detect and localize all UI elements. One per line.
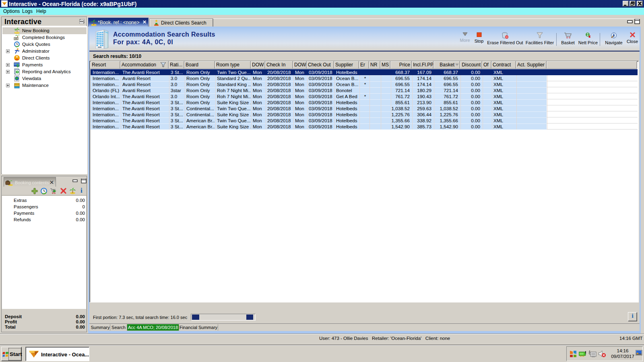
- svg-text:$: $: [17, 63, 19, 68]
